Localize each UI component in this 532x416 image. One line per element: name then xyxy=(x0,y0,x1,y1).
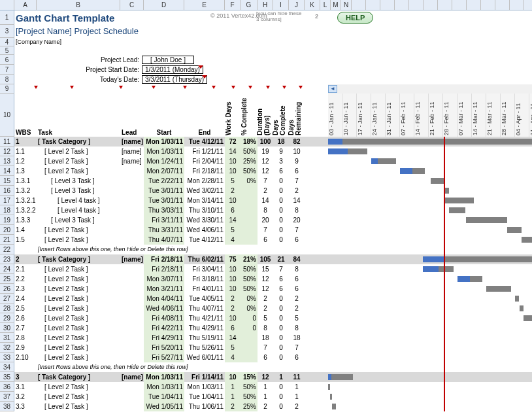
col-[interactable] xyxy=(495,0,510,10)
cell-pct[interactable] xyxy=(241,205,258,215)
cell-pct[interactable]: 0% xyxy=(241,294,258,303)
cell-dr[interactable]: 6 xyxy=(289,166,305,176)
cell-lead[interactable] xyxy=(120,264,144,274)
col-L[interactable]: L xyxy=(320,0,331,10)
cell-workdays[interactable]: 14 xyxy=(225,147,241,156)
hdr-pct-complete[interactable]: % Complete xyxy=(241,96,256,137)
cell-dr[interactable]: 82 xyxy=(289,137,305,147)
cell-wbs[interactable]: 1.3 xyxy=(14,166,37,176)
col-[interactable] xyxy=(510,0,524,10)
cell-dur[interactable]: 18 xyxy=(258,333,273,343)
cell-dur[interactable]: 5 xyxy=(258,313,273,323)
cell-pct[interactable]: 50% xyxy=(241,264,258,274)
cell-pct[interactable]: 21% xyxy=(241,254,258,264)
table-row[interactable]: 1.3.1 [ Level 3 Task ] Tue 2/22/11 Mon 2… xyxy=(14,176,532,186)
table-row[interactable]: 1 [ Task Category ] [name] Mon 1/03/11 T… xyxy=(14,137,532,147)
cell-pct[interactable]: 0 xyxy=(241,323,258,333)
table-row[interactable]: 2.5 [ Level 2 Task ] Wed 4/06/11 Thu 4/0… xyxy=(14,303,532,313)
table-row[interactable]: 1.5 [ Level 2 Task ] Thu 4/07/11 Tue 4/1… xyxy=(14,235,532,245)
cell-task[interactable]: [ Level 2 Task ] xyxy=(37,402,120,411)
cell-end[interactable]: Fri 2/18/11 xyxy=(184,166,225,176)
cell-dc[interactable]: 1 xyxy=(273,372,289,382)
cell-start[interactable]: Fri 2/18/11 xyxy=(144,254,184,264)
cell-end[interactable]: Fri 1/21/11 xyxy=(184,147,225,156)
cell-pct[interactable] xyxy=(241,235,258,245)
cell-dur[interactable]: 8 xyxy=(258,323,273,333)
cell-start[interactable]: Mon 1/03/11 xyxy=(144,147,184,156)
table-row[interactable]: 2.6 [ Level 2 Task ] Fri 4/08/11 Thu 4/2… xyxy=(14,313,532,323)
cell-end[interactable]: Tue 4/05/11 xyxy=(184,294,225,303)
cell-dc[interactable]: 6 xyxy=(273,166,289,176)
table-row[interactable]: [Insert Rows above this one, then Hide o… xyxy=(14,362,532,372)
cell-lead[interactable] xyxy=(120,303,144,313)
cell-dur[interactable]: 1 xyxy=(258,392,273,402)
cell-dc[interactable]: 0 xyxy=(273,333,289,343)
cell-workdays[interactable]: 2 xyxy=(225,303,241,313)
cell-dur[interactable]: 6 xyxy=(258,235,273,245)
col-[interactable] xyxy=(352,0,366,10)
cell-dr[interactable]: 9 xyxy=(289,156,305,166)
cell-dur[interactable]: 7 xyxy=(258,343,273,353)
cell-dur[interactable]: 100 xyxy=(258,137,273,147)
date-header[interactable]: 21 - Feb - 11 xyxy=(429,94,443,137)
cell-wbs[interactable]: 1 xyxy=(14,137,37,147)
cell-wbs[interactable]: 1.5 xyxy=(14,235,37,245)
cell-task[interactable]: [ Level 3 Task ] xyxy=(37,215,120,225)
cell-dr[interactable]: 2 xyxy=(289,186,305,196)
cell-pct[interactable] xyxy=(241,343,258,353)
col-F[interactable]: F xyxy=(225,0,241,10)
cell-dc[interactable]: 0 xyxy=(273,205,289,215)
cell-dur[interactable]: 12 xyxy=(258,156,273,166)
cell-dr[interactable]: 8 xyxy=(289,205,305,215)
table-row[interactable]: 1.4 [ Level 2 Task ] Thu 3/31/11 Wed 4/0… xyxy=(14,225,532,235)
cell-end[interactable]: Mon 3/14/11 xyxy=(184,196,225,205)
cell-workdays[interactable]: 10 xyxy=(225,372,241,382)
help-button[interactable]: HELP xyxy=(337,12,373,24)
cell-dr[interactable]: 11 xyxy=(289,372,305,382)
cell-wbs[interactable]: 3.2 xyxy=(14,392,37,402)
cell-dc[interactable]: 0 xyxy=(273,402,289,411)
cell-wbs[interactable]: 1.3.1 xyxy=(14,176,37,186)
cell-dr[interactable]: 20 xyxy=(289,215,305,225)
cell-dc[interactable]: 0 xyxy=(273,215,289,225)
cell-task[interactable]: [ Level 4 task ] xyxy=(37,205,120,215)
col-I[interactable]: I xyxy=(273,0,289,10)
cell-dur[interactable]: 2 xyxy=(258,294,273,303)
cell-workdays[interactable]: 10 xyxy=(225,313,241,323)
date-header[interactable]: 03 - Jan - 11 xyxy=(328,94,342,137)
cell-pct[interactable]: 50% xyxy=(241,382,258,392)
cell-start[interactable]: Fri 2/18/11 xyxy=(144,264,184,274)
cell-lead[interactable] xyxy=(120,166,144,176)
cell-lead[interactable] xyxy=(120,235,144,245)
cell-workdays[interactable]: 5 xyxy=(225,343,241,353)
cell-dc[interactable]: 21 xyxy=(273,254,289,264)
cell-dr[interactable]: 2 xyxy=(289,294,305,303)
cell-task[interactable]: [ Level 2 Task ] xyxy=(37,264,120,274)
cell-workdays[interactable]: 2 xyxy=(225,294,241,303)
cell-workdays[interactable]: 6 xyxy=(225,205,241,215)
cell-task[interactable]: [ Level 2 Task ] xyxy=(37,225,120,235)
hdr-start[interactable]: Start xyxy=(144,128,184,137)
table-row[interactable]: 1.3.2.2 [ Level 4 task ] Thu 3/03/11 Thu… xyxy=(14,205,532,215)
cell-lead[interactable] xyxy=(120,176,144,186)
cell-task[interactable]: [ Level 2 Task ] xyxy=(37,343,120,353)
today-date-input[interactable]: 3/3/2011 (Thursday) xyxy=(142,75,207,84)
cell-end[interactable]: Mon 2/28/11 xyxy=(184,176,225,186)
cell-dc[interactable]: 0 xyxy=(273,343,289,353)
cell-dr[interactable]: 7 xyxy=(289,176,305,186)
cell-task[interactable]: [ Level 2 Task ] xyxy=(37,313,120,323)
table-row[interactable]: 1.3 [ Level 2 Task ] Mon 2/07/11 Fri 2/1… xyxy=(14,166,532,176)
cell-task[interactable]: [ Level 3 Task ] xyxy=(37,176,120,186)
cell-start[interactable]: Mon 3/21/11 xyxy=(144,284,184,294)
cell-workdays[interactable]: 10 xyxy=(225,264,241,274)
col-H[interactable]: H xyxy=(258,0,273,10)
cell-pct[interactable]: 25% xyxy=(241,156,258,166)
cell-dc[interactable]: 6 xyxy=(273,274,289,284)
col-[interactable] xyxy=(467,0,481,10)
project-lead-input[interactable]: [ John Doe ] xyxy=(142,56,194,64)
cell-dur[interactable]: 14 xyxy=(258,196,273,205)
cell-pct[interactable] xyxy=(241,215,258,225)
date-header[interactable]: 17 - Jan - 11 xyxy=(357,94,371,137)
col-[interactable] xyxy=(438,0,452,10)
date-header[interactable]: 14 - Feb - 11 xyxy=(414,94,429,137)
